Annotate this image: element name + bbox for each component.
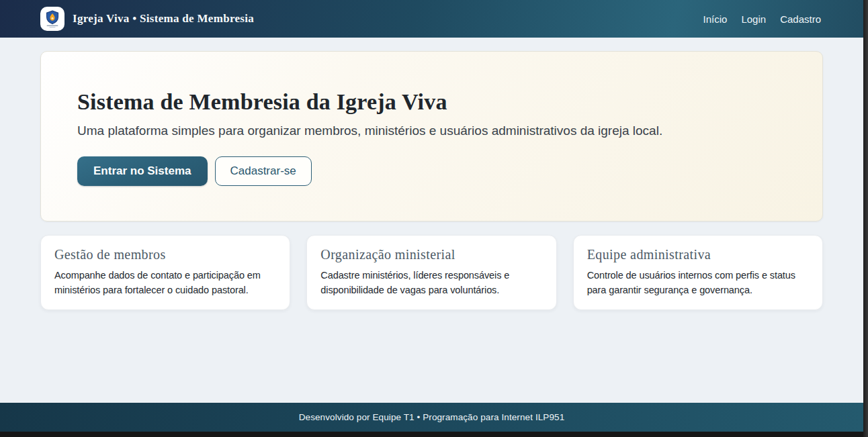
screen-edge-bottom [0, 432, 863, 437]
feature-card-description: Acompanhe dados de contato e participaçã… [54, 268, 276, 298]
hero-subtitle: Uma plataforma simples para organizar me… [77, 124, 786, 138]
feature-cards-row: Gestão de membros Acompanhe dados de con… [40, 235, 823, 310]
feature-card-title: Gestão de membros [54, 247, 276, 262]
feature-card-administrativa: Equipe administrativa Controle de usuári… [573, 235, 823, 310]
footer: Desenvolvido por Equipe T1 • Programação… [0, 403, 863, 432]
feature-card-title: Organização ministerial [320, 247, 542, 262]
hero-panel: Sistema de Membresia da Igreja Viva Uma … [40, 51, 823, 222]
footer-text: Desenvolvido por Equipe T1 • Programação… [299, 412, 565, 422]
feature-card-description: Cadastre ministérios, líderes responsáve… [320, 268, 542, 298]
feature-card-title: Equipe administrativa [587, 247, 809, 262]
nav-link-inicio[interactable]: Início [701, 11, 730, 28]
nav-link-cadastro[interactable]: Cadastro [778, 11, 823, 28]
church-shield-logo-icon [40, 7, 64, 31]
login-button[interactable]: Entrar no Sistema [77, 156, 208, 186]
screen: Igreja Viva • Sistema de Membresia Iníci… [0, 0, 868, 437]
brand-title: Igreja Viva • Sistema de Membresia [73, 12, 254, 26]
browser-page: Igreja Viva • Sistema de Membresia Iníci… [0, 0, 863, 432]
hero-actions: Entrar no Sistema Cadastrar-se [77, 156, 786, 186]
hero-title: Sistema de Membresia da Igreja Viva [77, 89, 786, 115]
navbar: Igreja Viva • Sistema de Membresia Iníci… [0, 0, 863, 38]
screen-edge-right [863, 0, 868, 437]
navbar-container: Igreja Viva • Sistema de Membresia Iníci… [40, 7, 823, 31]
feature-card-ministerial: Organização ministerial Cadastre ministé… [306, 235, 556, 310]
nav-link-login[interactable]: Login [739, 11, 768, 28]
feature-card-description: Controle de usuários internos com perfis… [587, 268, 809, 298]
nav-links: Início Login Cadastro [701, 11, 823, 28]
register-button[interactable]: Cadastrar-se [215, 156, 312, 186]
feature-card-membros: Gestão de membros Acompanhe dados de con… [40, 235, 290, 310]
brand-link[interactable]: Igreja Viva • Sistema de Membresia [40, 7, 254, 31]
